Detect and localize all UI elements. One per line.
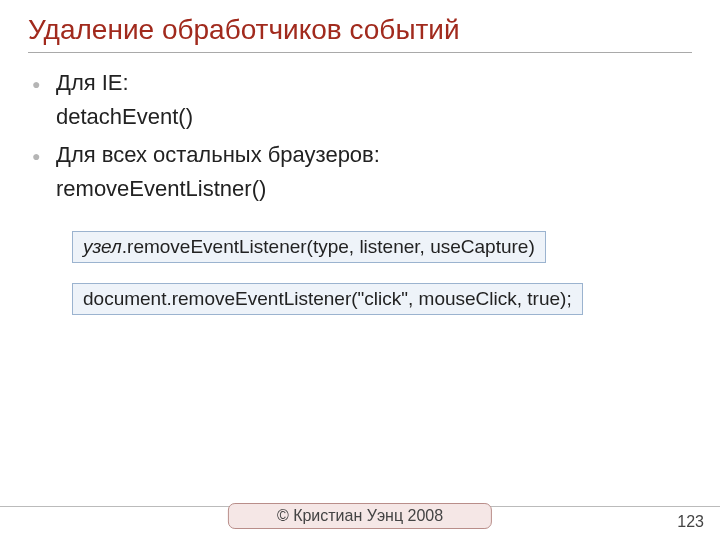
code-box-example: document.removeEventListener("click", mo…	[72, 283, 583, 315]
page-number: 123	[677, 513, 704, 531]
code-node-var: узел	[83, 236, 122, 257]
bullet-others-code: removeEventListner()	[56, 173, 692, 205]
slide-footer: © Кристиан Уэнц 2008 123	[0, 506, 720, 540]
code-box-syntax: узел.removeEventListener(type, listener,…	[72, 231, 546, 263]
bullet-ie: Для IE:	[56, 67, 692, 99]
bullet-ie-code: detachEvent()	[56, 101, 692, 133]
content-list: Для IE: detachEvent() Для всех остальных…	[28, 67, 692, 205]
slide-title: Удаление обработчиков событий	[28, 14, 692, 53]
copyright-pill: © Кристиан Уэнц 2008	[228, 503, 492, 529]
bullet-others: Для всех остальных браузеров:	[56, 139, 692, 171]
code-syntax-rest: .removeEventListener(type, listener, use…	[122, 236, 535, 257]
